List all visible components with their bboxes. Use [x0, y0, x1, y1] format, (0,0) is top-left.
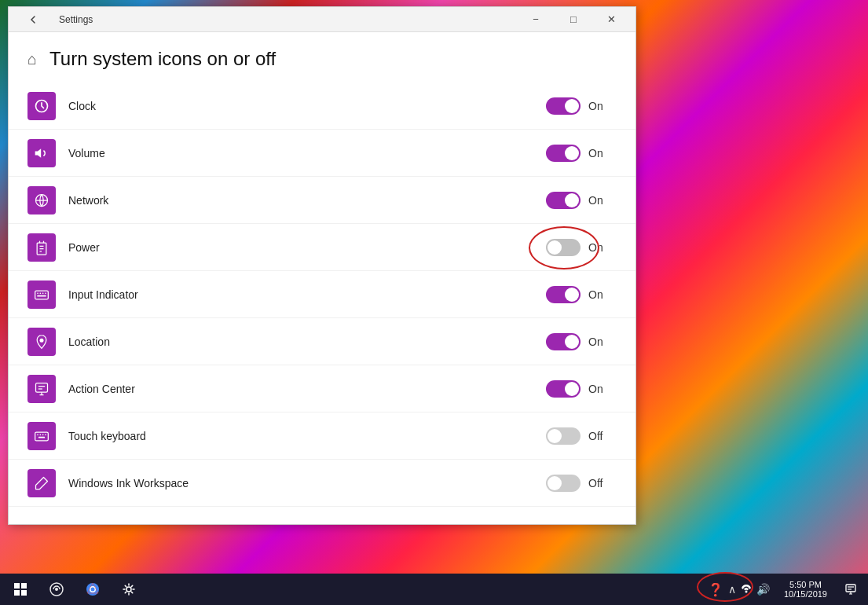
action-center-toggle-area: On — [546, 380, 617, 398]
svg-point-34 — [745, 590, 747, 592]
svg-rect-15 — [36, 383, 48, 392]
back-button[interactable] — [15, 7, 51, 32]
svg-rect-8 — [35, 291, 49, 299]
clock-label: Clock — [68, 100, 546, 112]
minimize-button[interactable]: − — [518, 7, 554, 32]
power-icon-box — [27, 233, 56, 262]
svg-rect-18 — [35, 432, 49, 441]
title-bar-left: Settings — [15, 7, 93, 32]
network-label: Network — [68, 194, 546, 207]
windows-ink-toggle-area: Off — [546, 475, 617, 492]
svg-point-32 — [91, 588, 95, 592]
network-toggle-area: On — [546, 192, 617, 209]
action-center-status: On — [588, 383, 608, 395]
svg-point-14 — [40, 338, 44, 342]
touch-keyboard-toggle-area: Off — [546, 427, 617, 445]
page-header: ⌂ Turn system icons on or off — [9, 32, 635, 82]
setting-row-network: Network On — [9, 177, 635, 224]
window-controls: − □ ✕ — [518, 7, 629, 32]
content-area: ⌂ Turn system icons on or off Clock — [9, 32, 635, 524]
taskbar-right: ❓ ∧ 🔊 5:50 PM 10/15/2019 — [703, 574, 868, 605]
touch-keyboard-toggle[interactable] — [546, 427, 580, 445]
clock-date: 10/15/2019 — [784, 589, 827, 599]
windows-ink-label: Windows Ink Workspace — [68, 477, 546, 490]
action-center-toggle[interactable] — [546, 380, 580, 398]
touch-keyboard-status: Off — [588, 430, 608, 442]
volume-label: Volume — [68, 147, 546, 160]
setting-row-location: Location On — [9, 318, 635, 365]
show-hidden-icons-button[interactable]: ∧ — [728, 583, 736, 596]
input-indicator-toggle[interactable] — [546, 286, 580, 303]
taskbar-left — [0, 574, 146, 605]
volume-systray-icon[interactable]: 🔊 — [756, 583, 770, 596]
location-icon-box — [27, 328, 56, 356]
setting-row-clock: Clock On — [9, 82, 635, 130]
input-indicator-toggle-area: On — [546, 286, 617, 303]
power-toggle[interactable] — [546, 239, 580, 256]
home-icon: ⌂ — [27, 50, 37, 68]
location-toggle-area: On — [546, 333, 617, 350]
location-status: On — [588, 336, 608, 348]
clock-time: 5:50 PM — [789, 580, 822, 589]
setting-row-touch-keyboard: Touch keyboard Off — [9, 412, 635, 460]
svg-rect-35 — [846, 585, 855, 592]
network-toggle[interactable] — [546, 192, 580, 209]
title-bar: Settings − □ ✕ — [9, 7, 635, 32]
touch-keyboard-icon-box — [27, 422, 56, 450]
action-center-label: Action Center — [68, 383, 546, 395]
input-indicator-status: On — [588, 288, 608, 301]
network-icon-box — [27, 186, 56, 214]
settings-list: Clock On Volume — [9, 82, 635, 522]
windows-ink-toggle[interactable] — [546, 475, 580, 492]
clock-status: On — [588, 100, 608, 112]
svg-point-29 — [55, 588, 58, 591]
clock-icon-box — [27, 92, 56, 120]
settings-window: Settings − □ ✕ ⌂ Turn system icons on or… — [8, 6, 636, 525]
power-status: On — [588, 241, 608, 254]
setting-row-power: Power On — [9, 224, 635, 271]
systray-icons: ❓ ∧ 🔊 — [703, 582, 775, 597]
action-center-icon-box — [27, 375, 56, 403]
svg-point-33 — [126, 587, 131, 592]
help-systray-icon[interactable]: ❓ — [708, 582, 723, 597]
main-panel[interactable]: ⌂ Turn system icons on or off Clock — [9, 32, 635, 524]
clock-display[interactable]: 5:50 PM 10/15/2019 — [778, 574, 833, 605]
input-indicator-label: Input Indicator — [68, 288, 546, 301]
location-label: Location — [68, 336, 546, 348]
taskbar: ❓ ∧ 🔊 5:50 PM 10/15/2019 — [0, 574, 868, 605]
network-systray-icon[interactable] — [741, 583, 752, 596]
volume-status: On — [588, 147, 608, 160]
volume-toggle[interactable] — [546, 145, 580, 162]
volume-icon-box — [27, 139, 56, 167]
setting-row-volume: Volume On — [9, 130, 635, 177]
input-indicator-icon-box — [27, 280, 56, 309]
windows-ink-icon-box — [27, 469, 56, 497]
setting-row-input-indicator: Input Indicator On — [9, 271, 635, 318]
clock-toggle[interactable] — [546, 97, 580, 115]
maximize-button[interactable]: □ — [555, 7, 591, 32]
location-toggle[interactable] — [546, 333, 580, 350]
svg-rect-24 — [14, 583, 20, 588]
chrome-taskbar-button[interactable] — [75, 574, 110, 605]
start-button[interactable] — [3, 574, 38, 605]
page-title: Turn system icons on or off — [49, 48, 276, 70]
touch-keyboard-label: Touch keyboard — [68, 430, 546, 442]
svg-rect-27 — [21, 590, 27, 596]
settings-taskbar-button[interactable] — [112, 574, 146, 605]
power-label: Power — [68, 241, 546, 254]
svg-rect-25 — [21, 583, 27, 588]
close-button[interactable]: ✕ — [593, 7, 629, 32]
windows-ink-status: Off — [588, 477, 608, 490]
title-bar-text: Settings — [59, 14, 93, 25]
setting-row-windows-ink: Windows Ink Workspace Off — [9, 460, 635, 507]
steam-taskbar-button[interactable] — [39, 574, 74, 605]
clock-toggle-area: On — [546, 97, 617, 115]
volume-toggle-area: On — [546, 145, 617, 162]
network-status: On — [588, 194, 608, 207]
setting-row-action-center: Action Center On — [9, 365, 635, 412]
svg-rect-26 — [14, 590, 20, 596]
action-center-taskbar-button[interactable] — [837, 574, 865, 605]
power-toggle-area: On — [546, 239, 617, 256]
